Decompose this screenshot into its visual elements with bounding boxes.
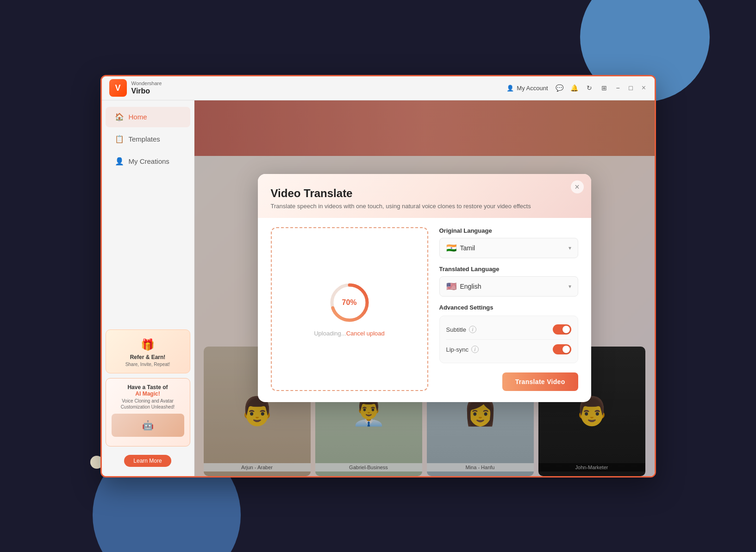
sidebar-item-templates[interactable]: 📋 Templates xyxy=(106,129,190,149)
app-window: V Wondershare Virbo 👤 My Account 💬 🔔 ↻ ⊞… xyxy=(100,75,656,478)
content-area: 👨 Arjun - Araber 👨‍💼 Gabriel-Business 👩 … xyxy=(194,100,655,476)
translated-language-flag: 🇺🇸 xyxy=(446,281,456,292)
translated-language-field: Translated Language 🇺🇸 English ▾ xyxy=(439,266,578,297)
creations-icon: 👤 xyxy=(115,157,124,166)
minimize-button[interactable]: − xyxy=(615,85,621,91)
upload-area[interactable]: 70% Uploading...Cancel upload xyxy=(271,227,428,391)
progress-percent: 70% xyxy=(329,282,370,323)
modal-overlay: × Video Translate Translate speech in vi… xyxy=(194,100,655,476)
app-name: Wondershare Virbo xyxy=(131,81,162,95)
settings-panel: Original Language 🇮🇳 Tamil ▾ xyxy=(439,227,578,391)
app-name-main: Virbo xyxy=(131,87,162,95)
titlebar-icons: 💬 🔔 ↻ ⊞ − □ × xyxy=(556,84,647,92)
sidebar-item-home-label: Home xyxy=(129,113,147,121)
app-logo: V xyxy=(109,79,127,97)
subtitle-label: Subtitle i xyxy=(446,326,476,333)
main-content: 🏠 Home 📋 Templates 👤 My Creations 🎁 Refe… xyxy=(102,100,655,476)
original-language-field: Original Language 🇮🇳 Tamil ▾ xyxy=(439,227,578,258)
original-language-flag: 🇮🇳 xyxy=(446,243,456,253)
original-language-value: 🇮🇳 Tamil xyxy=(446,243,475,253)
bell-icon[interactable]: 🔔 xyxy=(570,84,579,92)
lip-sync-toggle-row: Lip-sync i xyxy=(446,339,571,357)
app-name-top: Wondershare xyxy=(131,81,162,87)
ai-promo-visual: 🤖 xyxy=(112,414,184,437)
translated-language-text: English xyxy=(460,283,481,290)
refer-title: Refer & Earn! xyxy=(112,354,184,360)
sidebar-item-home[interactable]: 🏠 Home xyxy=(106,107,190,127)
refresh-icon[interactable]: ↻ xyxy=(585,84,594,92)
subtitle-toggle[interactable] xyxy=(553,324,571,335)
lip-sync-label: Lip-sync i xyxy=(446,346,479,353)
translate-video-button[interactable]: Translate Video xyxy=(502,372,578,391)
subtitle-info-icon[interactable]: i xyxy=(469,326,476,333)
original-language-chevron: ▾ xyxy=(569,245,571,251)
modal-close-button[interactable]: × xyxy=(571,180,584,193)
account-icon: 👤 xyxy=(506,85,514,92)
advanced-settings-section: Advanced Settings Subtitle i xyxy=(439,304,578,363)
sidebar-item-templates-label: Templates xyxy=(129,135,160,143)
original-language-select[interactable]: 🇮🇳 Tamil ▾ xyxy=(439,238,578,258)
upload-status: Uploading...Cancel upload xyxy=(314,330,385,337)
modal-body: 70% Uploading...Cancel upload Original L… xyxy=(258,218,591,402)
learn-more-button[interactable]: Learn More xyxy=(124,455,171,467)
modal-subtitle: Translate speech in videos with one touc… xyxy=(271,203,578,210)
promo-ai-card: Have a Taste of AI Magic! Voice Cloning … xyxy=(106,378,190,447)
promo-refer-card: 🎁 Refer & Earn! Share, Invite, Repeat! xyxy=(106,329,190,373)
subtitle-toggle-knob xyxy=(562,326,570,333)
templates-icon: 📋 xyxy=(115,135,124,144)
translated-language-select[interactable]: 🇺🇸 English ▾ xyxy=(439,276,578,297)
titlebar-right: 👤 My Account 💬 🔔 ↻ ⊞ − □ × xyxy=(506,84,647,92)
lip-sync-toggle[interactable] xyxy=(553,344,571,354)
home-icon: 🏠 xyxy=(115,112,124,122)
progress-circle: 70% xyxy=(329,282,370,323)
sidebar-item-creations-label: My Creations xyxy=(129,157,169,165)
titlebar: V Wondershare Virbo 👤 My Account 💬 🔔 ↻ ⊞… xyxy=(102,76,655,100)
my-account-button[interactable]: 👤 My Account xyxy=(506,85,548,92)
modal-header: × Video Translate Translate speech in vi… xyxy=(258,174,591,218)
close-window-button[interactable]: × xyxy=(641,85,647,91)
translated-language-chevron: ▾ xyxy=(569,283,571,290)
translate-btn-wrap: Translate Video xyxy=(439,372,578,391)
sidebar-bottom: 🎁 Refer & Earn! Share, Invite, Repeat! H… xyxy=(102,326,194,471)
sidebar: 🏠 Home 📋 Templates 👤 My Creations 🎁 Refe… xyxy=(102,100,194,476)
advanced-settings-label: Advanced Settings xyxy=(439,304,578,311)
maximize-button[interactable]: □ xyxy=(628,85,634,91)
cancel-upload-link[interactable]: Cancel upload xyxy=(346,330,385,337)
video-translate-modal: × Video Translate Translate speech in vi… xyxy=(258,174,591,402)
app-branding: V Wondershare Virbo xyxy=(109,79,162,97)
ai-subtitle: Voice Cloning and Avatar Customization U… xyxy=(112,398,184,410)
lip-sync-toggle-knob xyxy=(562,346,570,353)
message-icon[interactable]: 💬 xyxy=(556,84,564,92)
lip-sync-info-icon[interactable]: i xyxy=(471,346,479,353)
advanced-settings-box: Subtitle i xyxy=(439,316,578,363)
modal-title: Video Translate xyxy=(271,187,578,200)
grid-icon[interactable]: ⊞ xyxy=(600,84,608,92)
refer-icon: 🎁 xyxy=(112,335,184,354)
refer-subtitle: Share, Invite, Repeat! xyxy=(112,361,184,367)
original-language-label: Original Language xyxy=(439,227,578,234)
sidebar-item-my-creations[interactable]: 👤 My Creations xyxy=(106,151,190,172)
translated-language-label: Translated Language xyxy=(439,266,578,273)
translated-language-value: 🇺🇸 English xyxy=(446,281,481,292)
subtitle-toggle-row: Subtitle i xyxy=(446,322,571,337)
original-language-text: Tamil xyxy=(460,244,475,252)
ai-title: Have a Taste of AI Magic! xyxy=(112,384,184,397)
